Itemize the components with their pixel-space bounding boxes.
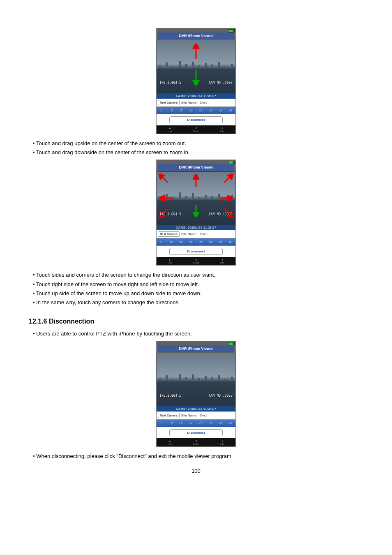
info-icon: ℹ	[222, 258, 223, 261]
instruction-text: Touch right side of the screen to move r…	[33, 281, 363, 288]
tab-setup[interactable]: ⚙Setup	[183, 257, 209, 265]
camera-c3[interactable]: c3	[176, 240, 186, 244]
overlay-cam-no: CAM NO :0003	[209, 213, 233, 216]
tab-live[interactable]: ▶Live	[157, 125, 183, 134]
camera-c2[interactable]: c2	[166, 240, 176, 244]
camera-c1[interactable]: c1	[157, 108, 166, 113]
camera-list: c1 c2 c3 c4 c5 c6 c7 c8	[157, 106, 235, 114]
instruction-text: In the same way, touch any corners to ch…	[33, 299, 363, 306]
arrow-up-icon	[192, 44, 200, 60]
camera-c4[interactable]: c4	[186, 108, 196, 113]
info-icon: ℹ	[222, 439, 223, 442]
camera-c2[interactable]: c2	[166, 421, 176, 426]
site-name-label: Site Name : Dvr1	[181, 101, 207, 104]
next-camera-button[interactable]: Next Camera	[158, 100, 180, 105]
arrow-down-icon	[193, 204, 199, 217]
tab-bar: ▶Live ⚙Setup ℹInfo	[157, 257, 235, 265]
gear-icon: ⚙	[195, 127, 197, 130]
camera-c1[interactable]: c1	[157, 240, 166, 244]
camera-c7[interactable]: c7	[216, 240, 226, 244]
tab-bar: ▶Live ⚙Setup ℹInfo	[157, 438, 235, 446]
info-row: Next Camera Site Name : Dvr1	[157, 412, 235, 419]
dvr-viewer-screenshot: DVR iPhone Viewer 170.1.004.5 CAM NO :00…	[156, 28, 236, 134]
camera-c7[interactable]: c7	[216, 108, 226, 113]
overlay-ip: 170.1.004.5	[159, 213, 181, 216]
site-name-label: Site Name : Dvr1	[181, 414, 207, 417]
disconnect-button[interactable]: Disconnect	[169, 429, 222, 436]
camera-c8[interactable]: c8	[226, 421, 235, 426]
overlay-cam-no: CAM NO :0003	[209, 394, 233, 398]
camera-c3[interactable]: c3	[176, 421, 186, 426]
camera-c8[interactable]: c8	[226, 240, 235, 244]
battery-icon	[228, 161, 235, 164]
site-name-label: Site Name : Dvr1	[181, 232, 207, 236]
tab-live[interactable]: ▶Live	[157, 438, 183, 446]
overlay-cam-no: CAM NO :0003	[209, 81, 233, 85]
camera-c1[interactable]: c1	[157, 421, 166, 426]
video-area[interactable]: 170.1.004.5 CAM NO :0003	[157, 171, 235, 225]
camera-c5[interactable]: c5	[196, 421, 206, 426]
disconnect-button[interactable]: Disconnect	[169, 248, 222, 255]
camera-c4[interactable]: c4	[186, 240, 196, 244]
overlay-ip: 170.1.004.5	[159, 394, 181, 398]
camera-list: c1 c2 c3 c4 c5 c6 c7 c8	[157, 238, 235, 246]
camera-c2[interactable]: c2	[166, 108, 176, 113]
info-row: Next Camera Site Name : Dvr1	[157, 230, 235, 238]
tab-info[interactable]: ℹInfo	[209, 438, 235, 446]
play-icon: ▶	[169, 127, 171, 130]
camera-c7[interactable]: c7	[216, 421, 226, 426]
instruction-text: Users are able to control PTZ with iPhon…	[33, 330, 363, 338]
battery-icon	[228, 29, 235, 32]
gear-icon: ⚙	[195, 258, 197, 261]
svg-line-6	[224, 175, 232, 183]
arrow-upright-icon	[223, 173, 233, 184]
dvr-viewer-screenshot: DVR iPhone Viewer	[156, 160, 236, 266]
gear-icon: ⚙	[195, 439, 197, 442]
svg-line-7	[160, 175, 168, 183]
arrow-up-icon	[193, 174, 199, 187]
next-camera-button[interactable]: Next Camera	[158, 413, 180, 418]
info-icon: ℹ	[222, 127, 223, 130]
overlay-ip: 170.1.004.5	[159, 81, 181, 85]
video-area[interactable]: 170.1.004.5 CAM NO :0003	[157, 40, 235, 93]
video-area[interactable]: 170.1.004.5 CAM NO :0003	[157, 353, 235, 406]
instruction-text: Touch sides and corners of the screen to…	[33, 271, 363, 279]
instruction-text: Touch and drag upside on the center of t…	[33, 140, 363, 147]
info-row: Next Camera Site Name : Dvr1	[157, 99, 235, 106]
camera-c5[interactable]: c5	[196, 240, 206, 244]
camera-c6[interactable]: c6	[206, 108, 216, 113]
camera-c6[interactable]: c6	[206, 421, 216, 426]
tab-setup[interactable]: ⚙Setup	[183, 438, 209, 446]
battery-icon	[228, 342, 235, 345]
tab-info[interactable]: ℹInfo	[209, 125, 235, 134]
camera-c5[interactable]: c5	[196, 108, 206, 113]
instruction-text: Touch and drag downside on the center of…	[33, 149, 363, 156]
camera-timestamp-label: CAM3 : 2010/1/14 11:28:27	[157, 406, 235, 412]
tab-setup[interactable]: ⚙Setup	[183, 125, 209, 134]
instruction-text: When disconnecting, please click "Discon…	[33, 453, 363, 460]
camera-c3[interactable]: c3	[176, 108, 186, 113]
camera-c4[interactable]: c4	[186, 421, 196, 426]
page-number: 100	[29, 468, 363, 474]
app-title: DVR iPhone Viewer	[158, 164, 234, 171]
play-icon: ▶	[169, 439, 171, 442]
app-title: DVR iPhone Viewer	[158, 32, 234, 39]
app-title: DVR iPhone Viewer	[158, 345, 234, 352]
next-camera-button[interactable]: Next Camera	[158, 231, 180, 237]
arrow-down-icon	[192, 69, 200, 86]
disconnect-button[interactable]: Disconnect	[169, 116, 222, 123]
camera-c8[interactable]: c8	[226, 108, 235, 113]
camera-timestamp-label: CAM3 : 2010/1/14 11:28:27	[157, 225, 235, 230]
section-heading: 12.1.6 Disconnection	[29, 318, 363, 325]
arrow-upleft-icon	[159, 173, 169, 184]
camera-timestamp-label: CAM3 : 2010/1/14 11:28:27	[157, 93, 235, 99]
tab-bar: ▶Live ⚙Setup ℹInfo	[157, 125, 235, 134]
camera-list: c1 c2 c3 c4 c5 c6 c7 c8	[157, 419, 235, 427]
instruction-text: Touch up side of the screen to move up a…	[33, 290, 363, 297]
camera-c6[interactable]: c6	[206, 240, 216, 244]
play-icon: ▶	[169, 258, 171, 261]
tab-info[interactable]: ℹInfo	[209, 257, 235, 265]
dvr-viewer-screenshot: DVR iPhone Viewer 170.1.004.5 CAM NO :00…	[156, 341, 236, 447]
tab-live[interactable]: ▶Live	[157, 257, 183, 265]
